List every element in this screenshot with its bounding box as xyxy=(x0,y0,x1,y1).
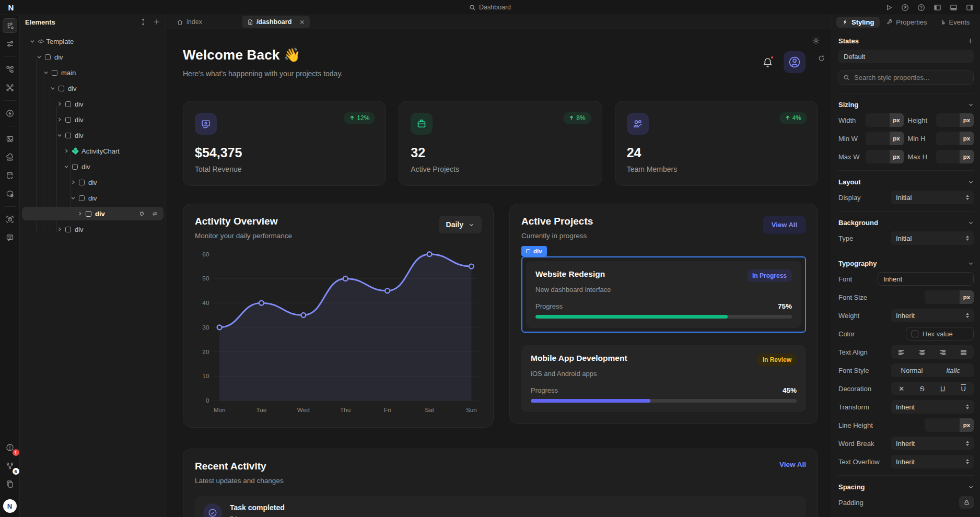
max-height-input[interactable]: px xyxy=(936,150,974,163)
canvas-refresh-icon[interactable] xyxy=(818,54,825,62)
rail-workflows-icon[interactable] xyxy=(3,80,17,95)
toggle-right-panel-icon[interactable] xyxy=(966,4,974,11)
user-avatar[interactable]: N xyxy=(3,499,17,513)
line-height-input[interactable]: px xyxy=(925,418,974,432)
decoration-strikethrough-button[interactable]: S xyxy=(912,385,933,393)
profile-avatar-button[interactable] xyxy=(784,51,806,73)
range-dropdown[interactable]: Daily xyxy=(439,216,482,233)
rail-formulas-icon[interactable] xyxy=(3,106,17,121)
chevron-icon[interactable] xyxy=(55,131,64,139)
selection-tag[interactable]: div xyxy=(521,246,547,256)
chevron-down-icon[interactable] xyxy=(968,179,974,185)
decoration-none-button[interactable]: ✕ xyxy=(891,385,912,393)
align-center-button[interactable] xyxy=(912,349,933,355)
chevron-down-icon[interactable] xyxy=(968,102,974,108)
state-default[interactable]: Default xyxy=(838,50,974,63)
width-input[interactable]: px xyxy=(866,113,904,127)
help-button[interactable] xyxy=(917,4,925,11)
tree-row-div[interactable]: div xyxy=(22,113,164,126)
decoration-overline-button[interactable]: U xyxy=(953,385,974,393)
chevron-icon[interactable] xyxy=(62,147,71,155)
chevron-down-icon[interactable] xyxy=(968,220,974,226)
tree-row-main[interactable]: main xyxy=(22,66,164,79)
bg-type-select[interactable]: Initial xyxy=(891,231,974,245)
rail-hosting-icon[interactable] xyxy=(3,150,17,164)
toggle-bottom-panel-icon[interactable] xyxy=(950,4,958,11)
tree-row-div[interactable]: div xyxy=(22,81,164,95)
transform-select[interactable]: Inherit xyxy=(891,400,974,414)
font-style-normal-button[interactable]: Normal xyxy=(891,367,932,374)
notifications-bell-icon[interactable] xyxy=(762,57,773,68)
toggle-left-panel-icon[interactable] xyxy=(934,4,941,11)
tree-row-activitychart[interactable]: ActivityChart xyxy=(22,144,164,158)
project-card-mobile-app[interactable]: Mobile App Development In Review iOS and… xyxy=(521,345,806,412)
stat-card-projects[interactable]: 8% 32 Active Projects xyxy=(399,101,602,186)
rail-elements-icon[interactable] xyxy=(3,18,17,33)
rail-data-icon[interactable] xyxy=(3,168,17,183)
rail-feedback-icon[interactable] xyxy=(3,230,17,245)
align-left-button[interactable] xyxy=(891,349,912,355)
project-card-website-redesign[interactable]: Website Redesign In Progress New dashboa… xyxy=(526,261,801,328)
open-external-button[interactable] xyxy=(901,4,909,11)
chevron-icon[interactable] xyxy=(42,68,50,77)
project-search[interactable]: Dashboard xyxy=(469,4,511,11)
padding-lock-icon[interactable] xyxy=(959,496,974,509)
color-swatch-checkbox[interactable] xyxy=(912,331,918,337)
chevron-icon[interactable] xyxy=(62,162,71,171)
chevron-icon[interactable] xyxy=(35,53,43,61)
tab-properties[interactable]: Properties xyxy=(881,17,932,28)
height-input[interactable]: px xyxy=(936,113,974,127)
chevron-down-icon[interactable] xyxy=(968,261,974,266)
projects-view-all-button[interactable]: View All xyxy=(763,216,806,234)
rail-assets-icon[interactable] xyxy=(3,132,17,146)
weight-select[interactable]: Inherit xyxy=(891,309,974,322)
chevron-icon[interactable] xyxy=(69,178,77,186)
text-overflow-select[interactable]: Inherit xyxy=(891,455,974,468)
chevron-icon[interactable] xyxy=(76,209,84,218)
min-width-input[interactable]: px xyxy=(866,132,904,145)
tab-dashboard[interactable]: /dashboard xyxy=(242,16,310,28)
decoration-underline-button[interactable]: U xyxy=(932,385,953,393)
app-logo[interactable]: N xyxy=(6,3,16,12)
chevron-down-icon[interactable] xyxy=(968,484,974,490)
rail-sitemap-icon[interactable] xyxy=(3,62,17,77)
tab-styling[interactable]: Styling xyxy=(836,17,880,28)
tree-row-div[interactable]: div xyxy=(22,191,164,205)
align-justify-button[interactable] xyxy=(953,349,974,355)
repeat-icon[interactable] xyxy=(151,210,158,217)
stat-card-team[interactable]: 4% 24 Team Members xyxy=(615,101,818,186)
tree-row-template[interactable]: </> Template xyxy=(22,34,164,48)
display-select[interactable]: Initial xyxy=(891,191,974,204)
max-width-input[interactable]: px xyxy=(866,150,904,163)
tree-row-div[interactable]: div xyxy=(22,160,164,173)
close-tab-icon[interactable] xyxy=(300,20,305,25)
style-search-input[interactable] xyxy=(838,70,974,85)
tree-row-div[interactable]: div xyxy=(22,97,164,111)
chevron-icon[interactable] xyxy=(55,225,64,233)
color-input[interactable]: Hex value xyxy=(906,327,974,340)
align-right-button[interactable] xyxy=(932,349,953,355)
rail-services-icon[interactable] xyxy=(3,186,17,201)
rail-version-control-icon[interactable]: 6 xyxy=(3,459,17,473)
font-size-input[interactable]: px xyxy=(925,290,974,304)
rail-pages-icon[interactable] xyxy=(3,477,17,491)
add-state-icon[interactable] xyxy=(967,38,974,44)
tree-row-div[interactable]: div xyxy=(22,175,164,189)
tree-row-div-selected[interactable]: div xyxy=(22,207,164,220)
activity-list-item[interactable]: Task completed 2 hours ago xyxy=(195,496,806,517)
chevron-icon[interactable] xyxy=(55,100,64,108)
recent-view-all-link[interactable]: View All xyxy=(779,461,806,468)
min-height-input[interactable]: px xyxy=(936,132,974,145)
chevron-icon[interactable] xyxy=(69,194,77,202)
chevron-icon[interactable] xyxy=(49,84,57,92)
preview-play-button[interactable] xyxy=(885,4,893,11)
chevron-icon[interactable] xyxy=(55,115,64,124)
chevron-icon[interactable] xyxy=(28,37,37,45)
tree-row-div[interactable]: div xyxy=(22,222,164,236)
word-break-select[interactable]: Inherit xyxy=(891,437,974,450)
insert-element-icon[interactable] xyxy=(139,18,147,26)
tree-row-div[interactable]: div xyxy=(22,128,164,142)
font-input[interactable]: Inherit xyxy=(878,272,974,286)
rail-packages-icon[interactable] xyxy=(3,212,17,227)
tree-row-div[interactable]: div xyxy=(22,50,164,64)
